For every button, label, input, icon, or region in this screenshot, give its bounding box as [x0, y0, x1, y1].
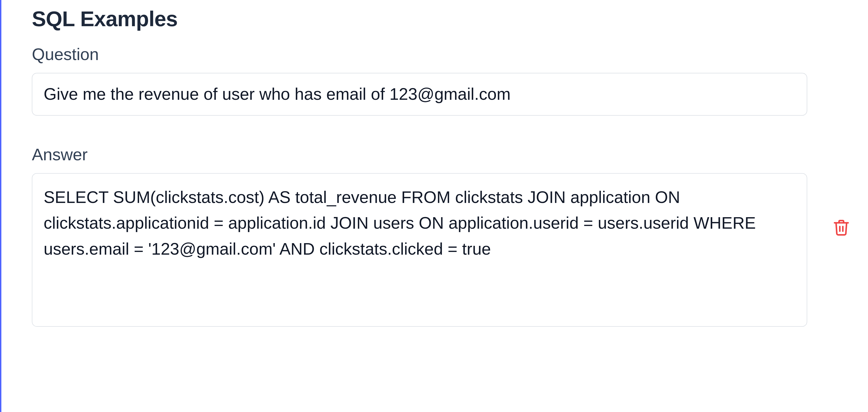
sql-examples-panel: SQL Examples Question Answer: [0, 0, 868, 412]
question-block: Question: [32, 45, 809, 115]
question-label: Question: [32, 45, 809, 64]
trash-icon: [832, 218, 850, 237]
question-input[interactable]: [32, 73, 807, 115]
answer-label: Answer: [32, 145, 809, 164]
delete-example-button[interactable]: [831, 217, 852, 238]
answer-input[interactable]: [32, 173, 807, 327]
answer-block: Answer: [32, 145, 809, 328]
section-title: SQL Examples: [32, 7, 809, 31]
